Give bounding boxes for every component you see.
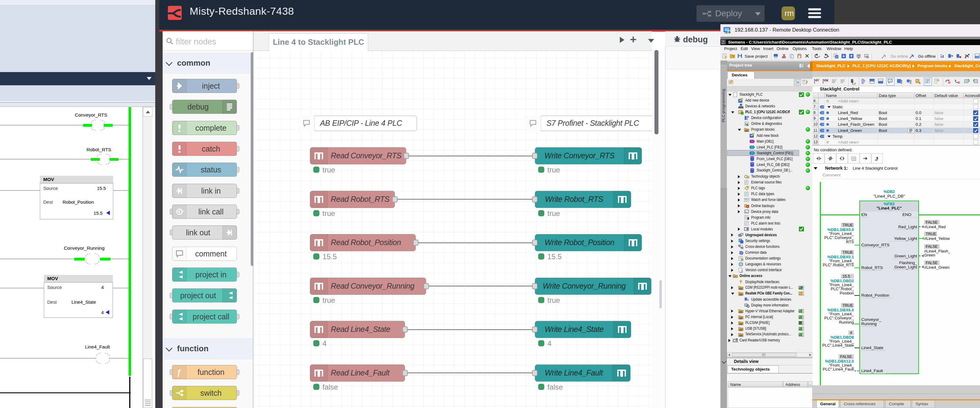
svg-text:±: ±	[919, 81, 921, 84]
svg-text:RT: RT	[867, 57, 869, 59]
svg-text:±: ±	[900, 81, 902, 84]
svg-text:±: ±	[910, 81, 911, 84]
svg-text:V17: V17	[721, 42, 725, 44]
svg-text:01: 01	[836, 56, 838, 58]
svg-text:TIA: TIA	[721, 40, 724, 42]
svg-text:??: ??	[852, 157, 856, 160]
svg-text:?: ?	[747, 298, 749, 302]
svg-text:?: ?	[940, 54, 942, 56]
svg-text:f: f	[178, 368, 181, 377]
